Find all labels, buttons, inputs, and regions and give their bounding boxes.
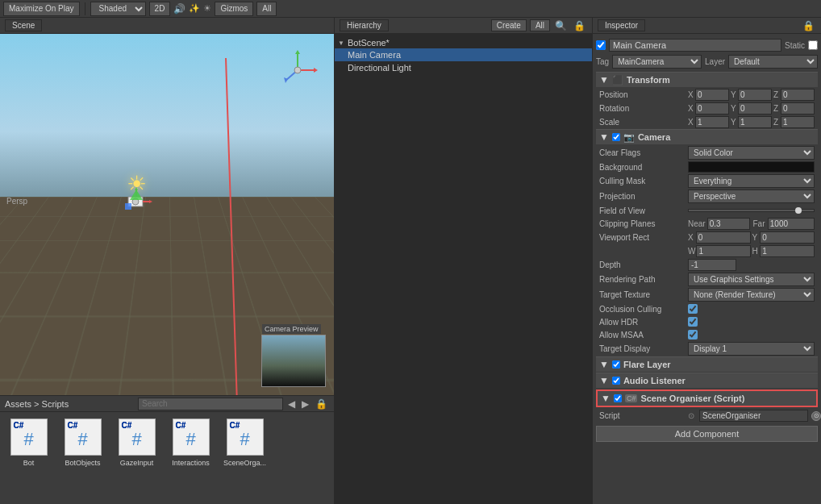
background-color-field[interactable] [688, 161, 815, 173]
target-texture-select[interactable]: None (Render Texture) [688, 288, 815, 302]
scale-row: Scale X Y Z [596, 115, 818, 129]
scene-organiser-header[interactable]: ▼ C# Scene Organiser (Script) [596, 389, 818, 407]
layer-label: Layer [705, 57, 725, 66]
forward-btn[interactable]: ▶ [300, 398, 310, 410]
script-item-SceneOrga...[interactable]: C# # SceneOrga... [223, 419, 267, 467]
far-field: Far [753, 218, 815, 230]
camera-active-checkbox[interactable] [612, 133, 620, 141]
svg-marker-14 [135, 187, 138, 190]
script-label-Bot: Bot [23, 459, 35, 467]
allow-msaa-checkbox[interactable] [688, 330, 698, 339]
script-item-BotObjects[interactable]: C# # BotObjects [60, 419, 105, 467]
static-checkbox[interactable] [808, 40, 818, 50]
root-triangle: ▼ [338, 40, 344, 47]
transform-component-header[interactable]: ▼ ⬛ Transform [596, 72, 818, 87]
hierarchy-item-directional-light[interactable]: Directional Light [335, 61, 592, 74]
svg-marker-12 [149, 200, 152, 203]
vp-x-input[interactable] [696, 231, 751, 244]
pos-y-field: Y [731, 89, 772, 101]
inspector-lock-icon[interactable]: 🔒 [801, 20, 816, 31]
pos-y-input[interactable] [738, 89, 772, 101]
audio-listener-header[interactable]: ▼ Audio Listener [596, 373, 818, 388]
script-target-icon[interactable]: ⊙ [811, 411, 821, 421]
script-field-row: ⊙ ⊙ [688, 410, 821, 422]
shaded-select[interactable]: Shaded [90, 2, 146, 16]
search-input[interactable] [138, 398, 283, 410]
scale-y-input[interactable] [738, 116, 772, 128]
script-value-input[interactable] [699, 410, 808, 422]
flare-layer-header[interactable]: ▼ Flare Layer [596, 356, 818, 372]
hierarchy-create-btn[interactable]: Create [491, 19, 527, 31]
rendering-path-select[interactable]: Use Graphics Settings [688, 273, 815, 286]
top-toolbar: Maximize On Play Shaded 2D 🔊 ✨ ☀ Gizmos … [0, 0, 821, 18]
clipping-planes-label: Clipping Planes [599, 219, 688, 228]
script-item-GazeInput[interactable]: C# # GazeInput [115, 419, 159, 467]
far-input[interactable] [768, 218, 815, 230]
occlusion-culling-row: Occlusion Culling [596, 302, 818, 315]
flare-layer-title: Flare Layer [623, 360, 671, 369]
fov-row: Field of View [596, 204, 818, 217]
rotation-label: Rotation [599, 104, 688, 113]
allow-hdr-checkbox[interactable] [688, 317, 698, 327]
gameobject-active-checkbox[interactable] [596, 40, 606, 50]
pos-x-input[interactable] [695, 89, 729, 101]
rot-y-input[interactable] [738, 102, 772, 115]
script-item-Bot[interactable]: C# # Bot [6, 419, 51, 467]
maximize-on-play-btn[interactable]: Maximize On Play [3, 2, 80, 16]
gizmos-btn[interactable]: Gizmos [215, 2, 253, 16]
hierarchy-scene-root[interactable]: ▼ BotScene* [335, 37, 592, 48]
scene-organiser-active-checkbox[interactable] [614, 394, 622, 402]
clear-flags-select[interactable]: Solid Color [688, 146, 815, 160]
allow-hdr-label: Allow HDR [599, 318, 688, 327]
gameobject-name-input[interactable] [609, 39, 781, 52]
audio-active-checkbox[interactable] [612, 377, 620, 385]
target-display-select[interactable]: Display 1 [688, 342, 815, 356]
camera-component-header[interactable]: ▼ 📷 Camera [596, 129, 818, 144]
depth-input[interactable] [688, 259, 736, 271]
script-icon-SceneOrga...: C# # [227, 419, 264, 456]
occlusion-culling-checkbox[interactable] [688, 304, 698, 314]
script-icon-Bot: C# # [10, 419, 48, 456]
fov-slider-track[interactable] [688, 209, 815, 212]
scene-tab[interactable]: Scene [5, 19, 42, 31]
scene-viewport[interactable]: Persp ☀ [0, 34, 334, 395]
vp-h-input[interactable] [760, 245, 815, 257]
flare-active-checkbox[interactable] [612, 360, 620, 369]
hierarchy-lock-icon[interactable]: 🔒 [572, 20, 587, 31]
script-label: Script [599, 411, 688, 420]
pos-z-field: Z [773, 89, 815, 101]
scale-x-field: X [688, 116, 729, 128]
scale-x-input[interactable] [695, 116, 729, 128]
rot-x-input[interactable] [695, 102, 729, 115]
static-label: Static [785, 41, 805, 50]
script-label-Interactions: Interactions [172, 459, 210, 467]
rendering-path-row: Rendering Path Use Graphics Settings [596, 272, 818, 287]
projection-label: Projection [599, 192, 688, 201]
rot-z-input[interactable] [781, 102, 815, 115]
layer-select[interactable]: Default [728, 55, 818, 69]
all-btn[interactable]: All [256, 2, 277, 16]
script-item-Interactions[interactable]: C# # Interactions [169, 419, 213, 467]
projection-select[interactable]: Perspective [688, 190, 815, 203]
hierarchy-search-icon[interactable]: 🔍 [553, 20, 569, 31]
hierarchy-tab[interactable]: Hierarchy [340, 19, 389, 31]
back-btn[interactable]: ◀ [286, 398, 297, 410]
2d-btn[interactable]: 2D [149, 2, 171, 16]
culling-mask-select[interactable]: Everything [688, 174, 815, 188]
position-row: Position X Y Z [596, 88, 818, 102]
pos-z-label: Z [773, 90, 780, 99]
tag-select[interactable]: MainCamera [612, 55, 702, 69]
scale-z-input[interactable] [781, 116, 815, 128]
bottom-toolbar: Assets > Scripts ◀ ▶ 🔒 [0, 396, 334, 412]
near-label: Near [688, 219, 706, 228]
lock-btn[interactable]: 🔒 [314, 398, 329, 410]
vp-w-input[interactable] [696, 245, 750, 257]
hierarchy-all-btn[interactable]: All [530, 19, 550, 31]
vp-w-label: W [688, 247, 695, 256]
near-input[interactable] [707, 218, 750, 230]
camera-fields: Clear Flags Solid Color Background Culli… [596, 145, 818, 356]
vp-y-input[interactable] [760, 231, 815, 244]
add-component-btn[interactable]: Add Component [596, 426, 818, 442]
hierarchy-item-main-camera[interactable]: Main Camera [335, 48, 592, 61]
pos-z-input[interactable] [781, 89, 815, 101]
